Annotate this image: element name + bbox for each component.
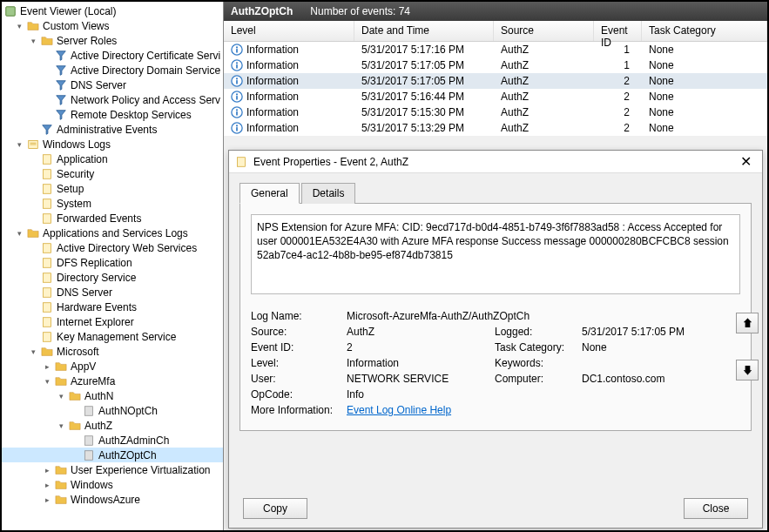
tree-security[interactable]: Security [2, 166, 223, 181]
tree-kms[interactable]: Key Management Service [2, 329, 223, 344]
tree-authnopt[interactable]: AuthNOptCh [2, 403, 223, 418]
chevron-down-icon[interactable]: ▾ [14, 139, 24, 150]
log-header: AuthZOptCh Number of events: 74 [224, 2, 767, 21]
chevron-right-icon[interactable]: ▸ [42, 361, 52, 372]
eventviewer-icon [3, 4, 17, 18]
table-row[interactable]: Information5/31/2017 5:16:44 PMAuthZ2Non… [224, 89, 767, 104]
chevron-down-icon[interactable]: ▾ [28, 36, 38, 46]
tree-hwevents[interactable]: Hardware Events [2, 300, 223, 314]
col-eventid[interactable]: Event ID [594, 21, 642, 41]
moreinfo-link[interactable]: Event Log Online Help [347, 404, 451, 416]
svg-rect-18 [85, 450, 93, 460]
tree-azuremfa[interactable]: ▾AzureMfa [2, 374, 223, 388]
info-icon [231, 91, 243, 103]
opcode-value: Info [347, 388, 364, 401]
next-event-button[interactable]: 🡇 [736, 360, 759, 380]
tree-ie[interactable]: Internet Explorer [2, 314, 223, 329]
tree-dnssvr[interactable]: DNS Server [2, 285, 223, 300]
tree-custom-views[interactable]: ▾ Custom Views [2, 18, 223, 33]
tree-application[interactable]: Application [2, 152, 223, 166]
log-icon [40, 241, 54, 255]
table-row[interactable]: Information5/31/2017 5:13:29 PMAuthZ2Non… [224, 120, 767, 136]
dialog-icon [234, 155, 248, 169]
col-level[interactable]: Level [224, 21, 354, 41]
tree-windows-logs[interactable]: ▾Windows Logs [2, 137, 223, 152]
dialog-titlebar: Event Properties - Event 2, AuthZ ✕ [229, 151, 762, 173]
tree-microsoft[interactable]: ▾Microsoft [2, 344, 223, 359]
tree-root-label: Event Viewer (Local) [20, 5, 117, 17]
chevron-down-icon[interactable]: ▾ [56, 421, 66, 431]
chevron-down-icon[interactable]: ▾ [42, 376, 52, 387]
table-row[interactable]: Information5/31/2017 5:17:16 PMAuthZ1Non… [224, 42, 767, 57]
table-row[interactable]: Information5/31/2017 5:15:30 PMAuthZ2Non… [224, 104, 767, 120]
col-date[interactable]: Date and Time [354, 21, 494, 41]
log-icon [40, 167, 54, 181]
tree-dns[interactable]: DNS Server [2, 77, 223, 92]
close-dialog-button[interactable]: Close [684, 498, 748, 519]
tree-forwarded[interactable]: Forwarded Events [2, 211, 223, 226]
tree-windows[interactable]: ▸Windows [2, 477, 223, 492]
tree-uev[interactable]: ▸User Experience Virtualization [2, 462, 223, 477]
chevron-right-icon[interactable]: ▸ [42, 465, 52, 475]
tab-details[interactable]: Details [301, 183, 356, 204]
level-label: Level: [251, 357, 347, 369]
tree-system[interactable]: System [2, 196, 223, 211]
table-row[interactable]: Information5/31/2017 5:17:05 PMAuthZ1Non… [224, 57, 767, 73]
tree-adcs[interactable]: Active Directory Certificate Servi [2, 48, 223, 63]
chevron-down-icon[interactable]: ▾ [28, 347, 38, 357]
col-task[interactable]: Task Category [642, 21, 767, 41]
info-icon [231, 122, 243, 134]
event-count: Number of events: 74 [310, 5, 410, 17]
table-row[interactable]: Information5/31/2017 5:17:05 PMAuthZ2Non… [224, 73, 767, 89]
log-title: AuthZOptCh [231, 5, 293, 17]
svg-point-26 [236, 78, 238, 80]
svg-rect-12 [44, 287, 51, 297]
channel-icon [82, 404, 96, 418]
tree-winazure[interactable]: ▸WindowsAzure [2, 492, 223, 507]
chevron-down-icon[interactable]: ▾ [56, 391, 66, 401]
filter-icon [40, 123, 54, 137]
log-icon [40, 197, 54, 211]
tree-authz[interactable]: ▾AuthZ [2, 418, 223, 433]
svg-rect-24 [236, 65, 238, 69]
folder-icon [54, 493, 68, 507]
col-source[interactable]: Source [494, 21, 594, 41]
tree-dfsr[interactable]: DFS Replication [2, 255, 223, 270]
folder-icon [26, 19, 40, 33]
chevron-right-icon[interactable]: ▸ [42, 495, 52, 505]
logname-value: Microsoft-AzureMfa-AuthZ/AuthZOptCh [347, 310, 530, 322]
tree-appv[interactable]: ▸AppV [2, 359, 223, 374]
tree-nps[interactable]: Network Policy and Access Serv [2, 92, 223, 107]
tree-apps-services[interactable]: ▾Applications and Services Logs [2, 226, 223, 240]
channel-icon [82, 434, 96, 448]
tree-adws[interactable]: Active Directory Web Services [2, 240, 223, 255]
folder-icon [40, 34, 54, 48]
tree-adds[interactable]: Active Directory Domain Service [2, 63, 223, 77]
tree-admin-events[interactable]: Administrative Events [2, 122, 223, 137]
chevron-down-icon[interactable]: ▾ [14, 21, 24, 31]
tree-root[interactable]: Event Viewer (Local) [2, 3, 223, 18]
filter-icon [54, 49, 68, 63]
tree-authzadmin[interactable]: AuthZAdminCh [2, 433, 223, 448]
tree-authn[interactable]: ▾AuthN [2, 388, 223, 403]
prev-event-button[interactable]: 🡅 [736, 313, 759, 333]
log-icon [40, 182, 54, 196]
folder-icon [26, 226, 40, 240]
info-icon [231, 59, 243, 71]
tree-setup[interactable]: Setup [2, 181, 223, 196]
tree-dirsvc[interactable]: Directory Service [2, 270, 223, 285]
event-description[interactable]: NPS Extension for Azure MFA: CID: 9ecd71… [251, 214, 740, 294]
copy-button[interactable]: Copy [243, 498, 307, 519]
tree-rds[interactable]: Remote Desktop Services [2, 107, 223, 122]
tab-general[interactable]: General [239, 183, 300, 204]
log-icon [40, 212, 54, 226]
chevron-right-icon[interactable]: ▸ [42, 480, 52, 490]
folder-icon [40, 345, 54, 359]
chevron-down-icon[interactable]: ▾ [14, 228, 24, 239]
folder-icon [54, 360, 68, 374]
close-button[interactable]: ✕ [735, 153, 757, 170]
tree-server-roles[interactable]: ▾ Server Roles [2, 33, 223, 48]
source-value: AuthZ [347, 326, 495, 338]
tree-authzopt[interactable]: AuthZOptCh [2, 448, 223, 462]
log-icon [40, 330, 54, 344]
